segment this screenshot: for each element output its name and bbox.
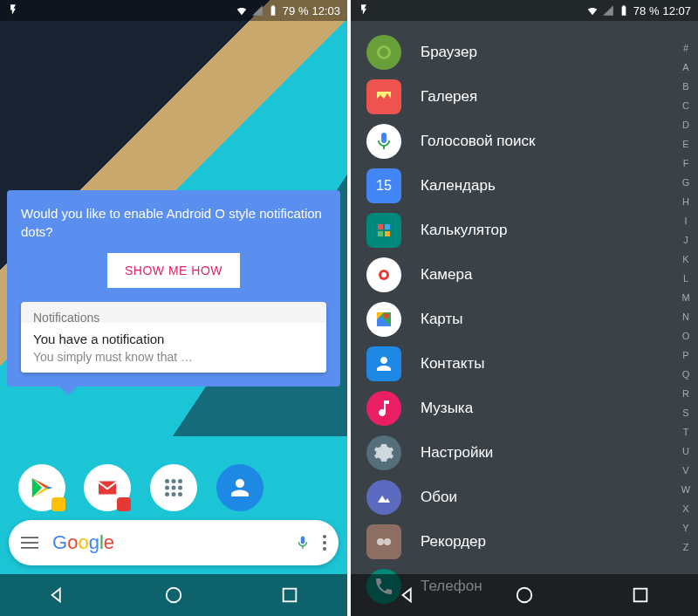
app-row-camera[interactable]: Камера bbox=[366, 252, 698, 297]
index-letter[interactable]: G bbox=[679, 173, 693, 192]
index-letter[interactable]: X bbox=[679, 499, 693, 518]
battery-icon bbox=[267, 4, 279, 17]
recents-button[interactable] bbox=[280, 585, 299, 605]
battery-pct: 79 % bbox=[283, 4, 309, 17]
overflow-menu-icon[interactable] bbox=[323, 535, 326, 551]
recents-button[interactable] bbox=[631, 585, 650, 605]
signal-icon bbox=[602, 4, 614, 17]
app-label: Голосовой поиск bbox=[421, 133, 535, 150]
app-row-globe[interactable]: Браузер bbox=[366, 30, 698, 74]
index-letter[interactable]: N bbox=[679, 307, 693, 326]
card-message: You have a notification bbox=[33, 332, 314, 346]
app-row-maps[interactable]: Карты bbox=[366, 297, 698, 341]
index-letter[interactable]: A bbox=[679, 58, 693, 77]
index-letter[interactable]: H bbox=[679, 192, 693, 211]
index-letter[interactable]: F bbox=[679, 154, 693, 173]
svg-point-2 bbox=[178, 479, 182, 483]
mic-icon[interactable] bbox=[295, 533, 311, 552]
gallery-icon bbox=[366, 79, 401, 114]
app-list[interactable]: БраузерГалереяГолосовой поиск15Календарь… bbox=[351, 21, 698, 608]
svg-point-5 bbox=[178, 486, 182, 490]
card-subtext: You simply must know that … bbox=[33, 350, 314, 364]
app-row-calendar[interactable]: 15Календарь bbox=[366, 163, 698, 208]
home-button[interactable] bbox=[515, 585, 534, 605]
index-letter[interactable]: J bbox=[679, 230, 693, 250]
svg-point-1 bbox=[171, 479, 175, 483]
index-letter[interactable]: W bbox=[679, 480, 693, 499]
app-label: Настройки bbox=[421, 444, 493, 462]
app-drawer-button[interactable] bbox=[150, 464, 197, 511]
app-row-gallery[interactable]: Галерея bbox=[366, 74, 698, 119]
play-store-icon[interactable] bbox=[18, 464, 65, 511]
svg-rect-20 bbox=[385, 231, 390, 236]
battery-pct: 78 % bbox=[633, 4, 660, 17]
recorder-icon bbox=[366, 524, 401, 559]
wifi-icon bbox=[586, 4, 599, 17]
globe-icon bbox=[366, 35, 401, 70]
index-letter[interactable]: O bbox=[679, 326, 693, 346]
svg-rect-17 bbox=[378, 224, 383, 229]
svg-point-3 bbox=[165, 486, 169, 490]
app-label: Обои bbox=[421, 489, 457, 506]
app-row-recorder[interactable]: Рекордер bbox=[366, 519, 698, 564]
back-button[interactable] bbox=[48, 585, 67, 605]
settings-icon bbox=[366, 435, 401, 470]
svg-point-22 bbox=[381, 272, 387, 277]
index-letter[interactable]: V bbox=[679, 461, 693, 480]
svg-rect-27 bbox=[633, 589, 647, 602]
app-label: Календарь bbox=[421, 177, 496, 195]
gmail-icon[interactable] bbox=[84, 464, 131, 511]
music-icon bbox=[366, 391, 401, 426]
clock: 12:03 bbox=[311, 4, 340, 17]
svg-rect-18 bbox=[385, 224, 390, 229]
app-row-calc[interactable]: Калькулятор bbox=[366, 208, 698, 252]
index-letter[interactable]: K bbox=[679, 250, 693, 269]
phone-home-screen: 79 % 12:03 Would you like to enable Andr… bbox=[0, 0, 347, 616]
index-letter[interactable]: I bbox=[679, 211, 693, 230]
app-row-voice[interactable]: Голосовой поиск bbox=[366, 119, 698, 163]
index-letter[interactable]: R bbox=[679, 384, 693, 403]
contacts-icon[interactable] bbox=[216, 464, 263, 511]
index-letter[interactable]: L bbox=[679, 269, 693, 288]
index-letter[interactable]: Z bbox=[679, 537, 693, 557]
app-row-contacts[interactable]: Контакты bbox=[366, 341, 698, 386]
index-letter[interactable]: Y bbox=[679, 518, 693, 537]
app-label: Галерея bbox=[421, 88, 477, 106]
hamburger-icon[interactable] bbox=[21, 536, 38, 550]
alpha-index[interactable]: #ABCDEFGHIJKLMNOPQRSTUVWXYZ bbox=[679, 38, 693, 557]
svg-point-26 bbox=[517, 588, 532, 603]
app-label: Карты bbox=[421, 311, 462, 328]
index-letter[interactable]: Q bbox=[679, 365, 693, 384]
index-letter[interactable]: D bbox=[679, 115, 693, 134]
index-letter[interactable]: M bbox=[679, 288, 693, 307]
app-row-settings[interactable]: Настройки bbox=[366, 430, 698, 475]
index-letter[interactable]: # bbox=[679, 38, 693, 58]
index-letter[interactable]: U bbox=[679, 441, 693, 461]
index-letter[interactable]: P bbox=[679, 346, 693, 365]
svg-point-15 bbox=[380, 48, 388, 57]
app-drawer[interactable]: БраузерГалереяГолосовой поиск15Календарь… bbox=[351, 0, 698, 616]
home-button[interactable] bbox=[164, 585, 183, 605]
back-button[interactable] bbox=[399, 585, 418, 605]
badge-icon bbox=[51, 497, 65, 511]
dock bbox=[0, 464, 347, 511]
app-row-wallpaper[interactable]: Обои bbox=[366, 475, 698, 519]
app-label: Камера bbox=[421, 266, 472, 284]
voice-icon bbox=[366, 124, 401, 159]
battery-icon bbox=[618, 4, 630, 17]
google-search-bar[interactable]: Google bbox=[9, 520, 339, 565]
nav-bar bbox=[351, 574, 698, 616]
show-me-how-button[interactable]: SHOW ME HOW bbox=[107, 253, 240, 288]
app-label: Браузер bbox=[421, 44, 477, 61]
svg-rect-19 bbox=[378, 231, 383, 236]
app-row-music[interactable]: Музыка bbox=[366, 386, 698, 430]
index-letter[interactable]: S bbox=[679, 403, 693, 422]
phone-icon[interactable] bbox=[282, 464, 329, 511]
app-label: Контакты bbox=[421, 355, 484, 373]
index-letter[interactable]: E bbox=[679, 134, 693, 154]
contacts-icon bbox=[366, 346, 401, 381]
index-letter[interactable]: T bbox=[679, 422, 693, 441]
app-label: Музыка bbox=[421, 400, 473, 417]
index-letter[interactable]: B bbox=[679, 77, 693, 96]
index-letter[interactable]: C bbox=[679, 96, 693, 115]
